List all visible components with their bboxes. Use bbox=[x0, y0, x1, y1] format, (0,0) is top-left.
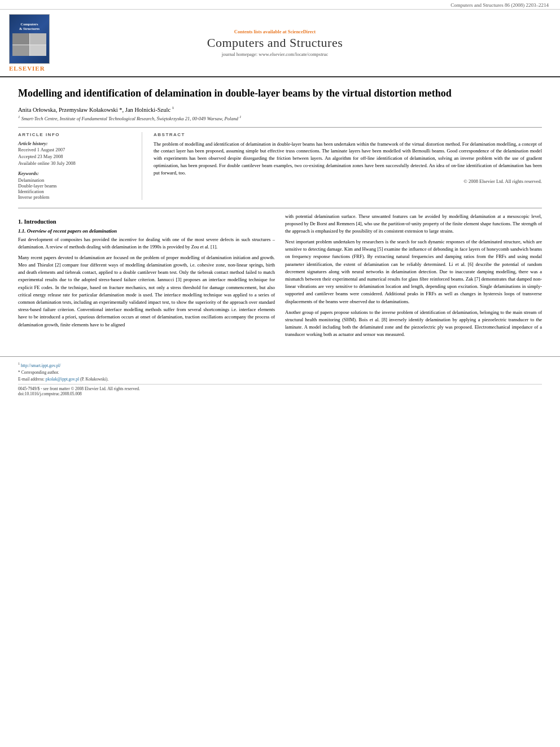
article-authors: Anita Orłowska, Przemysław Kołakowski *,… bbox=[18, 106, 542, 113]
footer-copyright: 0045-7949/$ - see front matter © 2008 El… bbox=[18, 384, 542, 396]
header-divider bbox=[18, 127, 542, 128]
footnote-email: E-mail address: pkolak@ippt.gov.pl (P. K… bbox=[18, 377, 542, 382]
affiliation-ref-sup: 1 bbox=[18, 115, 20, 119]
body-right-column: with potential delamination surface. The… bbox=[285, 213, 542, 342]
received-date: Received 1 August 2007 bbox=[18, 147, 136, 152]
body-right-para1: with potential delamination surface. The… bbox=[285, 213, 542, 235]
keyword-3: Identification bbox=[18, 189, 136, 194]
keyword-2: Double-layer beams bbox=[18, 183, 136, 189]
abstract-copyright: © 2008 Elsevier Ltd. All rights reserved… bbox=[154, 178, 542, 184]
accepted-date: Accepted 23 May 2008 bbox=[18, 154, 136, 159]
cover-cell bbox=[30, 33, 47, 45]
article-content: Modelling and identification of delamina… bbox=[0, 77, 560, 351]
keyword-1: Delamination bbox=[18, 177, 136, 183]
body-divider bbox=[18, 208, 542, 208]
body-left-column: 1. Introduction 1.1. Overview of recent … bbox=[18, 213, 275, 342]
abstract-column: Abstract The problem of modelling and id… bbox=[154, 132, 542, 200]
cover-cell bbox=[30, 45, 47, 56]
article-footer: 1 http://smart.ippt.gov.pl/ * Correspond… bbox=[0, 356, 560, 399]
journal-homepage: journal homepage: www.elsevier.com/locat… bbox=[50, 51, 500, 57]
cover-grid bbox=[12, 33, 46, 56]
footnote-star: * Corresponding author. bbox=[18, 370, 542, 375]
history-label: Article history: bbox=[18, 141, 136, 146]
article-info-column: Article Info Article history: Received 1… bbox=[18, 132, 142, 200]
cover-title: Computers& Structures bbox=[19, 22, 40, 32]
abstract-heading: Abstract bbox=[154, 132, 542, 137]
footnote-email-link[interactable]: pkolak@ippt.gov.pl bbox=[46, 377, 79, 382]
journal-title: Computers and Structures bbox=[50, 36, 500, 50]
footnote-sup-1: 1 bbox=[18, 361, 20, 365]
elsevier-logo: Computers& Structures ELSEVIER bbox=[9, 14, 50, 72]
elsevier-text: ELSEVIER bbox=[9, 65, 45, 72]
cover-cell bbox=[12, 45, 29, 56]
footnote-1: 1 http://smart.ippt.gov.pl/ bbox=[18, 361, 542, 368]
keyword-4: Inverse problem bbox=[18, 194, 136, 200]
sciencedirect-name[interactable]: ScienceDirect bbox=[288, 29, 316, 34]
citation-text: Computers and Structures 86 (2008) 2203–… bbox=[450, 2, 549, 8]
journal-cover-thumbnail: Computers& Structures bbox=[9, 14, 50, 64]
online-date: Available online 30 July 2008 bbox=[18, 160, 136, 166]
cover-cell bbox=[12, 33, 29, 45]
cover-image bbox=[12, 33, 46, 56]
body-para1: Fast development of composites has provi… bbox=[18, 236, 275, 251]
info-abstract-section: Article Info Article history: Received 1… bbox=[18, 132, 542, 200]
body-right-para3: Another group of papers propose solution… bbox=[285, 309, 542, 339]
abstract-text: The problem of modelling and identificat… bbox=[154, 141, 542, 177]
citation-bar: Computers and Structures 86 (2008) 2203–… bbox=[0, 0, 560, 10]
body-section: 1. Introduction 1.1. Overview of recent … bbox=[18, 213, 542, 342]
affiliation-sup: 1 bbox=[172, 106, 174, 110]
article-affiliation: 1 Smart-Tech Centre, Institute of Fundam… bbox=[18, 115, 542, 121]
keywords-label: Keywords: bbox=[18, 171, 136, 176]
section1-title: 1. Introduction bbox=[18, 219, 275, 225]
body-para2: Many recent papers devoted to delaminati… bbox=[18, 254, 275, 329]
journal-header-center: Contents lists available at ScienceDirec… bbox=[50, 29, 500, 57]
article-info-heading: Article Info bbox=[18, 132, 136, 137]
subsection1-title: 1.1. Overview of recent papers on delami… bbox=[18, 228, 275, 234]
journal-header: Computers& Structures ELSEVIER Contents … bbox=[0, 10, 560, 77]
body-right-para2: Next important problem undertaken by res… bbox=[285, 238, 542, 305]
article-title: Modelling and identification of delamina… bbox=[18, 86, 542, 100]
footnote-link-1[interactable]: http://smart.ippt.gov.pl/ bbox=[21, 363, 61, 368]
sciencedirect-link: Contents lists available at ScienceDirec… bbox=[50, 29, 500, 34]
